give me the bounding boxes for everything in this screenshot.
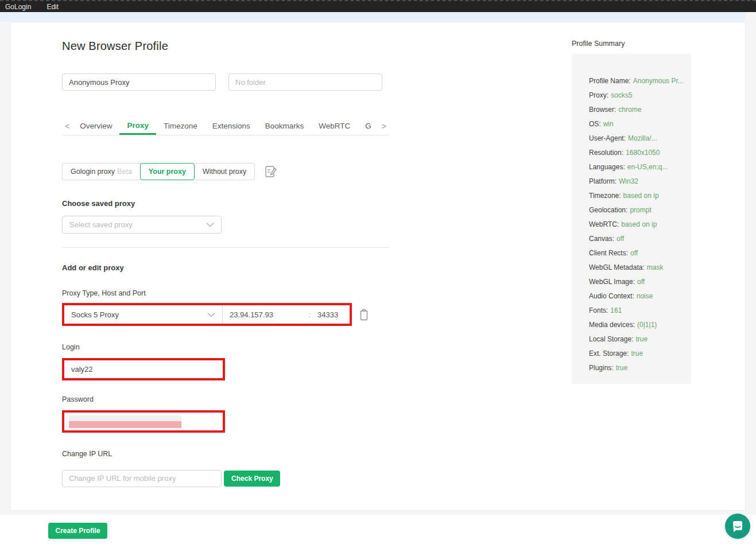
tabs-scroll-left-icon[interactable]: < bbox=[62, 117, 72, 135]
summary-label: Browser: bbox=[589, 106, 616, 114]
summary-row: Media devices:(0|1|1) bbox=[589, 318, 691, 332]
summary-value: Anonymous Pr... bbox=[633, 77, 684, 85]
segment-your-proxy-label: Your proxy bbox=[149, 168, 186, 176]
summary-row: WebRTC:based on ip bbox=[589, 217, 691, 232]
password-label: Password bbox=[62, 395, 389, 403]
password-annotation bbox=[62, 410, 225, 433]
summary-value: en-US,en;q... bbox=[627, 163, 668, 171]
profile-editor-card: New Browser Profile < Overview Proxy Tim… bbox=[10, 22, 746, 511]
top-strip bbox=[0, 12, 746, 22]
summary-value: off bbox=[617, 235, 624, 243]
summary-row: Client Rects:off bbox=[589, 246, 691, 261]
summary-label: Plugins: bbox=[589, 364, 614, 372]
chat-launcher-button[interactable] bbox=[725, 514, 750, 539]
summary-value: Mozilla/... bbox=[628, 134, 657, 142]
login-annotation bbox=[62, 358, 225, 380]
profile-summary-panel: Profile Name:Anonymous Pr... Proxy:socks… bbox=[572, 53, 691, 384]
segment-without-proxy[interactable]: Without proxy bbox=[195, 163, 255, 180]
summary-label: Geolocation: bbox=[589, 206, 627, 214]
summary-row: Geolocation:prompt bbox=[589, 203, 691, 217]
proxy-type-value: Socks 5 Proxy bbox=[71, 310, 119, 319]
summary-label: OS: bbox=[589, 120, 601, 128]
summary-value: Win32 bbox=[619, 177, 638, 185]
saved-proxy-select-placeholder: Select saved proxy bbox=[69, 220, 133, 229]
create-profile-button[interactable]: Create Profile bbox=[48, 523, 107, 539]
change-ip-url-input[interactable] bbox=[62, 470, 222, 487]
summary-row: Proxy:socks5 bbox=[589, 88, 691, 103]
profile-name-input[interactable] bbox=[62, 73, 216, 91]
check-proxy-button[interactable]: Check Proxy bbox=[224, 471, 280, 487]
tab-timezone[interactable]: Timezone bbox=[156, 117, 205, 135]
summary-row: Audio Context:noise bbox=[589, 289, 691, 304]
tab-extensions[interactable]: Extensions bbox=[205, 117, 258, 135]
menu-gologin[interactable]: GoLogin bbox=[5, 3, 31, 11]
summary-label: Audio Context: bbox=[589, 292, 634, 300]
summary-row: OS:win bbox=[589, 117, 691, 131]
tab-strip: < Overview Proxy Timezone Extensions Boo… bbox=[62, 117, 389, 135]
summary-label: User-Agent: bbox=[589, 134, 626, 142]
summary-label: Profile Name: bbox=[589, 77, 631, 85]
summary-row: Fonts:161 bbox=[589, 304, 691, 318]
tab-proxy[interactable]: Proxy bbox=[119, 117, 156, 135]
summary-value: based on ip bbox=[623, 192, 659, 200]
summary-row: Local Storage:true bbox=[589, 332, 691, 347]
summary-value: chrome bbox=[618, 106, 641, 114]
summary-label: Ext. Storage: bbox=[589, 349, 629, 357]
proxy-type-host-port-label: Proxy Type, Host and Port bbox=[62, 289, 389, 297]
password-redaction bbox=[69, 415, 181, 428]
summary-label: Timezone: bbox=[589, 192, 621, 200]
proxy-group: Socks 5 Proxy 23.94.157.93 : 34333 bbox=[64, 305, 350, 324]
summary-label: Fonts: bbox=[589, 306, 608, 314]
summary-row: Timezone:based on ip bbox=[589, 189, 691, 203]
summary-row: WebGL Metadata:mask bbox=[589, 261, 691, 275]
change-ip-url-label: Change IP URL bbox=[62, 450, 389, 458]
delete-proxy-icon[interactable] bbox=[359, 309, 369, 321]
summary-value: prompt bbox=[630, 206, 651, 214]
summary-row: WebGL Image:off bbox=[589, 275, 691, 289]
password-input[interactable] bbox=[64, 413, 223, 430]
summary-label: Languages: bbox=[589, 163, 625, 171]
paste-proxy-list-icon[interactable] bbox=[265, 165, 277, 178]
summary-value: off bbox=[637, 278, 645, 286]
summary-row: Profile Name:Anonymous Pr... bbox=[589, 74, 691, 88]
tab-bookmarks[interactable]: Bookmarks bbox=[258, 117, 312, 135]
login-label: Login bbox=[62, 343, 389, 351]
proxy-port-input[interactable]: 34333 bbox=[313, 310, 350, 319]
proxy-type-select[interactable]: Socks 5 Proxy bbox=[64, 305, 223, 324]
summary-value: noise bbox=[637, 292, 653, 300]
menu-edit[interactable]: Edit bbox=[46, 3, 59, 11]
summary-value: 1680x1050 bbox=[626, 149, 660, 157]
summary-label: WebRTC: bbox=[589, 220, 619, 228]
chevron-down-icon bbox=[207, 312, 215, 317]
proxy-host-input[interactable]: 23.94.157.93 bbox=[223, 310, 306, 319]
summary-value: (0|1|1) bbox=[637, 321, 657, 329]
chevron-down-icon bbox=[206, 222, 214, 227]
name-folder-row bbox=[62, 73, 389, 91]
main-column: New Browser Profile < Overview Proxy Tim… bbox=[62, 22, 389, 487]
segment-your-proxy[interactable]: Your proxy bbox=[140, 163, 195, 180]
chat-bubble-icon bbox=[731, 519, 745, 533]
folder-input[interactable] bbox=[228, 73, 382, 91]
summary-label: Media devices: bbox=[589, 321, 635, 329]
summary-label: Local Storage: bbox=[589, 335, 633, 343]
segment-gologin-proxy[interactable]: Gologin proxyBeta bbox=[62, 163, 140, 180]
summary-label: WebGL Metadata: bbox=[589, 263, 645, 271]
summary-row: Resolution:1680x1050 bbox=[589, 146, 691, 160]
summary-value: socks5 bbox=[611, 91, 632, 99]
summary-row: Languages:en-US,en;q... bbox=[589, 160, 691, 174]
tab-geolocation-truncated[interactable]: G bbox=[358, 117, 379, 135]
summary-label: Platform: bbox=[589, 177, 617, 185]
proxy-row-annotation: Socks 5 Proxy 23.94.157.93 : 34333 bbox=[62, 303, 352, 326]
tab-webrtc[interactable]: WebRTC bbox=[311, 117, 358, 135]
summary-label: Resolution: bbox=[589, 149, 623, 157]
section-divider bbox=[62, 247, 389, 248]
summary-label: Canvas: bbox=[589, 235, 614, 243]
summary-label: Client Rects: bbox=[589, 249, 628, 257]
saved-proxy-select[interactable]: Select saved proxy bbox=[62, 216, 222, 234]
summary-value: true bbox=[616, 364, 628, 372]
login-input[interactable] bbox=[64, 360, 223, 378]
summary-row: Ext. Storage:true bbox=[589, 347, 691, 361]
tabs-scroll-right-icon[interactable]: > bbox=[379, 117, 389, 135]
summary-value: win bbox=[603, 120, 614, 128]
tab-overview[interactable]: Overview bbox=[72, 117, 119, 135]
